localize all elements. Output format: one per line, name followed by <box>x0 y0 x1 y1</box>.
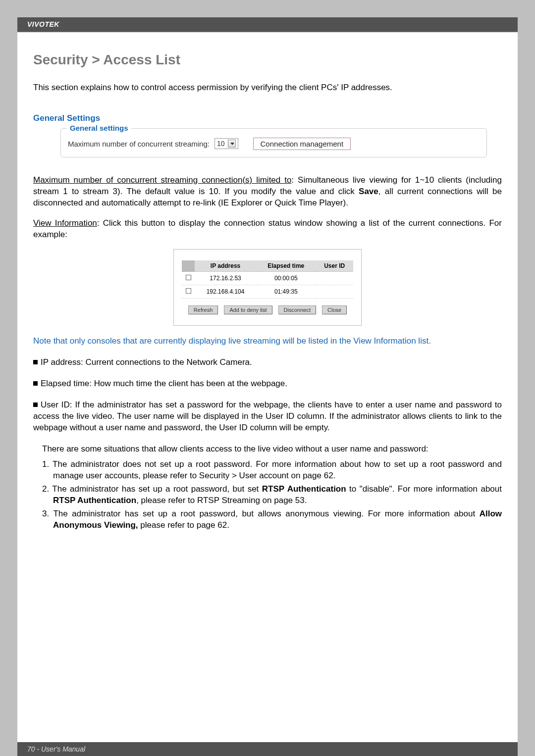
situations-intro: There are some situations that allow cli… <box>42 444 502 455</box>
cell-ip: 192.168.4.104 <box>195 285 256 299</box>
disconnect-button[interactable]: Disconnect <box>278 305 316 314</box>
cell-uid <box>316 285 353 299</box>
brand-label: VIVOTEK <box>27 20 59 28</box>
table-header-row: IP address Elapsed time User ID <box>182 260 353 272</box>
view-information-label: View Information <box>33 218 97 228</box>
list-item: IP address: Current connections to the N… <box>33 357 502 368</box>
fieldset-legend: General settings <box>67 124 131 132</box>
chevron-down-icon[interactable] <box>228 140 236 148</box>
col-elapsed-time: Elapsed time <box>256 260 316 272</box>
max-concurrent-label: Maximum number of concurrent streaming: <box>68 140 210 148</box>
intro-text: This section explains how to control acc… <box>33 82 502 94</box>
max-connections-label: Maximum number of concurrent streaming c… <box>33 175 291 185</box>
note-text: Note that only consoles that are current… <box>33 336 502 347</box>
cell-ip: 172.16.2.53 <box>195 272 256 285</box>
list-item: Elapsed time: How much time the client h… <box>33 378 502 390</box>
page-content: Security > Access List This section expl… <box>17 32 518 531</box>
row-checkbox[interactable] <box>186 275 191 280</box>
table-row: 172.16.2.53 00:00:05 <box>182 272 353 285</box>
col-ip-address: IP address <box>195 260 256 272</box>
cell-elapsed: 01:49:35 <box>256 285 316 299</box>
square-bullet-icon <box>33 403 38 407</box>
list-item: 1. The administrator does not set up a r… <box>42 459 502 482</box>
connection-table: IP address Elapsed time User ID 172.16.2… <box>182 260 353 299</box>
row-checkbox[interactable] <box>186 288 191 294</box>
col-user-id: User ID <box>316 260 353 272</box>
col-checkbox <box>182 260 195 272</box>
connection-status-window: IP address Elapsed time User ID 172.16.2… <box>173 249 362 326</box>
general-settings-heading: General Settings <box>33 113 502 123</box>
view-information-paragraph: View Information: Click this button to d… <box>33 218 502 241</box>
page-header: VIVOTEK <box>17 17 518 32</box>
bullet-list: IP address: Current connections to the N… <box>33 357 502 434</box>
max-connections-paragraph: Maximum number of concurrent streaming c… <box>33 175 502 209</box>
list-item: 2. The administrator has set up a root p… <box>42 484 502 506</box>
add-to-deny-list-button[interactable]: Add to deny list <box>224 305 272 314</box>
square-bullet-icon <box>33 360 38 364</box>
numbered-list: 1. The administrator does not set up a r… <box>42 459 502 531</box>
footer-label: 70 - User's Manual <box>27 745 85 753</box>
general-settings-fieldset: General settings Maximum number of concu… <box>60 128 487 157</box>
list-item: User ID: If the administrator has set a … <box>33 400 502 434</box>
page-footer: 70 - User's Manual <box>17 742 518 756</box>
table-row: 192.168.4.104 01:49:35 <box>182 285 353 299</box>
refresh-button[interactable]: Refresh <box>188 305 218 314</box>
close-button[interactable]: Close <box>322 305 347 314</box>
cell-uid <box>316 272 353 285</box>
list-item: 3. The administrator has set up a root p… <box>42 508 502 531</box>
connection-management-button[interactable]: Connection management <box>253 138 351 150</box>
square-bullet-icon <box>33 381 38 386</box>
max-concurrent-select[interactable]: 10 <box>214 138 238 149</box>
connection-button-row: Refresh Add to deny list Disconnect Clos… <box>182 305 353 314</box>
page-title: Security > Access List <box>33 52 502 68</box>
cell-elapsed: 00:00:05 <box>256 272 316 285</box>
max-concurrent-value: 10 <box>217 140 225 148</box>
